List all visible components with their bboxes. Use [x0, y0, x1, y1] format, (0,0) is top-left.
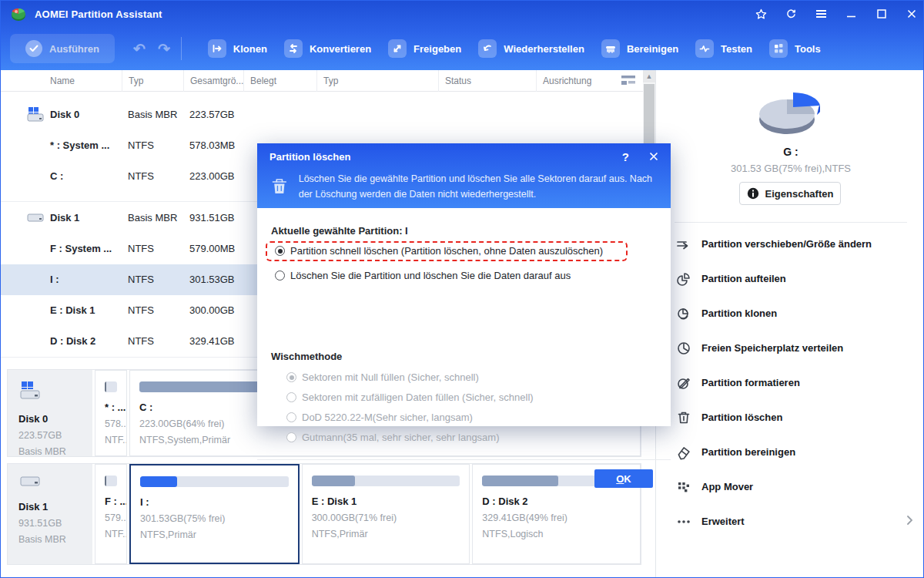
favorite-star-icon[interactable]: [755, 8, 767, 20]
delete-partition-dialog: Partition löschen ? Löschen Sie die gewä…: [257, 143, 671, 426]
dialog-help-button[interactable]: ?: [622, 150, 629, 163]
radio-disabled: [286, 432, 296, 442]
wipe-option-random-fill: Sektoren mit zufälligen Daten füllen (Si…: [286, 391, 534, 403]
partition-card-e[interactable]: E : Disk 1 300.00GB(71% frei) NTFS,Primä…: [302, 464, 470, 564]
toolbar-item-tools[interactable]: Tools: [769, 39, 821, 58]
properties-button[interactable]: Eigenschaften: [739, 182, 841, 205]
disk-windows-icon: [26, 106, 45, 126]
menu-item-allocate-free-space[interactable]: Freien Speicherplatz verteilen: [656, 331, 924, 365]
menu-item-split-partition[interactable]: Partition aufteilen: [656, 261, 924, 296]
scroll-up-arrow[interactable]: ▲: [643, 70, 655, 82]
share-expand-icon: [388, 39, 407, 58]
disk-name: Disk 0: [18, 413, 92, 425]
col-ausrichtung[interactable]: Ausrichtung: [536, 70, 604, 92]
radio-disabled: [286, 412, 296, 422]
menu-item-clone-partition[interactable]: Partition klonen: [656, 296, 924, 331]
apply-button[interactable]: Ausführen: [10, 34, 115, 63]
test-pulse-icon: [695, 39, 714, 58]
disk0-info-card[interactable]: Disk 0 223.57GB Basis MBR: [8, 370, 92, 456]
menu-item-move-resize[interactable]: Partition verschieben/Größe ändern: [656, 227, 924, 261]
disk1-group: Disk 1 931.51GB Basis MBR F : ... 579...…: [7, 463, 641, 565]
split-partition-icon: [676, 271, 691, 287]
disk-icon: [26, 213, 45, 227]
table-row-disk0[interactable]: Disk 0 Basis MBR 223.57GB: [1, 99, 655, 130]
dialog-header: Partition löschen ? Löschen Sie die gewä…: [257, 143, 671, 208]
allocate-space-icon: [676, 341, 691, 356]
maximize-button[interactable]: [875, 8, 887, 20]
disk-size: 931.51GB: [18, 518, 92, 529]
clone-partition-icon: [676, 306, 691, 321]
dialog-body: Aktuelle gewählte Partition: I Partition…: [257, 208, 671, 426]
panel-separator: [675, 222, 907, 223]
redo-button[interactable]: ↷: [158, 40, 170, 58]
option-delete-and-wipe[interactable]: Löschen Sie die Partition und löschen Si…: [275, 270, 571, 281]
toolbar-item-klonen[interactable]: Klonen: [208, 39, 267, 58]
ellipsis-icon: [676, 514, 691, 529]
toolbar-item-wiederherstellen[interactable]: Wiederherstellen: [478, 39, 584, 58]
minimize-button[interactable]: [845, 8, 857, 20]
col-name[interactable]: Name: [16, 70, 75, 92]
disk-name: Disk 1: [18, 501, 92, 512]
selected-drive-label: G :: [656, 146, 924, 158]
update-sync-icon[interactable]: [785, 8, 797, 20]
partition-card-system[interactable]: * : ... 578... NTF...: [95, 370, 127, 456]
radio-unchecked[interactable]: [275, 271, 285, 281]
menu-item-advanced[interactable]: Erweitert: [656, 504, 924, 539]
wipe-method-section-label: Wischmethode: [271, 351, 342, 362]
radio-checked[interactable]: [275, 246, 285, 256]
col-typ2[interactable]: Typ: [316, 70, 438, 92]
col-gesamt[interactable]: Gesamtgrö...: [183, 70, 243, 92]
current-partition-label: Aktuelle gewählte Partition: I: [271, 225, 408, 237]
disk-type: Basis MBR: [18, 534, 92, 545]
col-belegt[interactable]: Belegt: [243, 70, 316, 92]
app-mover-grid-icon: [676, 479, 691, 495]
header: AOMEI Partition Assistant: [1, 1, 924, 70]
apply-label: Ausführen: [49, 43, 99, 55]
chevron-right-icon: [906, 515, 913, 529]
toolbar-item-bereinigen[interactable]: Bereinigen: [601, 39, 678, 58]
disk-icon: [18, 475, 42, 489]
right-panel: G : 301.53 GB(75% frei),NTFS Eigenschaft…: [655, 70, 924, 578]
wipe-option-gutmann: Gutmann(35 mal, sehr sicher, sehr langsa…: [286, 432, 500, 443]
wipe-eraser-icon: [676, 445, 691, 460]
menu-item-app-mover[interactable]: App Mover: [656, 469, 924, 504]
menu-item-wipe-partition[interactable]: Partition bereinigen: [656, 435, 924, 469]
clone-icon: [208, 39, 226, 58]
view-options-icon[interactable]: [621, 75, 635, 89]
partition-card-i-selected[interactable]: I : 301.53GB(75% frei) NTFS,Primär: [129, 464, 300, 564]
move-resize-icon: [676, 237, 691, 252]
menu-hamburger-icon[interactable]: [815, 8, 827, 20]
delete-trash-icon: [676, 410, 691, 425]
trash-icon: [271, 171, 288, 202]
ok-button[interactable]: OK: [594, 469, 653, 488]
titlebar: AOMEI Partition Assistant: [1, 1, 924, 27]
convert-icon: [284, 39, 303, 58]
option-quick-delete[interactable]: Partition schnell löschen (Partition lös…: [275, 245, 603, 257]
undo-button[interactable]: ↶: [133, 40, 146, 58]
disk-windows-icon: [18, 381, 42, 401]
wipe-option-dod: DoD 5220.22-M(Sehr sicher, langsam): [286, 412, 473, 423]
tools-grid-icon: [769, 39, 788, 58]
menu-item-delete-partition[interactable]: Partition löschen: [656, 400, 924, 435]
selected-drive-info: 301.53 GB(75% frei),NTFS: [656, 163, 924, 174]
close-button[interactable]: [906, 8, 917, 20]
col-typ[interactable]: Typ: [122, 70, 183, 92]
toolbar: Ausführen ↶ ↷ Klonen Konvertieren: [1, 27, 924, 70]
dialog-close-button[interactable]: [649, 152, 658, 161]
radio-disabled: [286, 392, 296, 402]
app-title: AOMEI Partition Assistant: [35, 8, 162, 20]
disk-usage-pie-chart: [741, 84, 841, 144]
toolbar-divider: [181, 37, 182, 60]
menu-item-format-partition[interactable]: Partition formatieren: [656, 365, 924, 400]
table-header: Name Typ Gesamtgrö... Belegt Typ Status …: [1, 70, 655, 92]
radio-disabled-checked: [286, 372, 296, 382]
col-status[interactable]: Status: [438, 70, 536, 92]
info-icon: [747, 187, 759, 200]
toolbar-item-testen[interactable]: Testen: [695, 39, 752, 58]
disk1-info-card[interactable]: Disk 1 931.51GB Basis MBR: [8, 464, 92, 564]
toolbar-item-konvertieren[interactable]: Konvertieren: [284, 39, 371, 58]
partition-card-f[interactable]: F : ... 579... NTF...: [95, 464, 127, 564]
toolbar-item-freigeben[interactable]: Freigeben: [388, 39, 461, 58]
operations-menu: Partition verschieben/Größe ändern Parti…: [656, 227, 924, 539]
check-circle-icon: [25, 40, 42, 57]
